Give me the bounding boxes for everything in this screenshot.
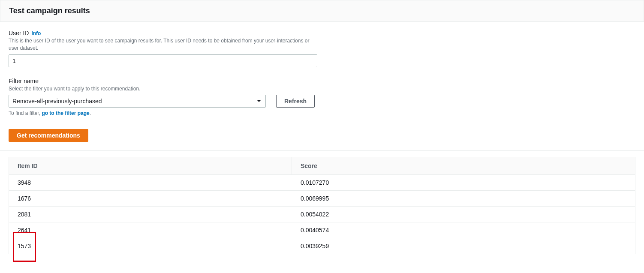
filter-select[interactable] [9, 95, 266, 108]
column-header-score[interactable]: Score [292, 157, 635, 174]
cell-score: 0.0069995 [292, 191, 635, 206]
cell-score: 0.0040574 [292, 222, 635, 238]
page-header: Test campaign results [0, 0, 644, 22]
user-id-label: User ID [9, 30, 29, 36]
filter-page-link[interactable]: go to the filter page [42, 110, 89, 116]
actions-row: Get recommendations [9, 129, 635, 142]
find-filter-suffix: . [90, 110, 91, 116]
table-row: 1573 0.0039259 [9, 238, 635, 254]
cell-score: 0.0039259 [292, 238, 635, 254]
get-recommendations-button[interactable]: Get recommendations [9, 129, 88, 142]
refresh-button[interactable]: Refresh [276, 95, 315, 108]
filter-group: Filter name Select the filter you want t… [9, 78, 635, 117]
section-divider [0, 150, 644, 151]
user-id-help: This is the user ID of the user you want… [9, 37, 317, 52]
find-filter-text: To find a filter, go to the filter page. [9, 110, 635, 116]
user-id-group: User ID Info This is the user ID of the … [9, 30, 635, 67]
table-row: 3948 0.0107270 [9, 175, 635, 191]
user-id-label-row: User ID Info [9, 30, 635, 36]
filter-label-row: Filter name [9, 78, 635, 84]
page-title: Test campaign results [9, 6, 635, 15]
table-row: 1676 0.0069995 [9, 191, 635, 207]
results-section: Item ID Score 3948 0.0107270 1676 0.0069… [0, 157, 644, 254]
cell-score: 0.0107270 [292, 175, 635, 190]
cell-item: 1676 [9, 191, 292, 206]
column-header-item[interactable]: Item ID [9, 157, 292, 174]
filter-select-value[interactable] [9, 95, 266, 108]
filter-label: Filter name [9, 78, 39, 84]
user-id-info-link[interactable]: Info [31, 30, 41, 36]
form-content: User ID Info This is the user ID of the … [0, 22, 644, 146]
cell-item: 3948 [9, 175, 292, 190]
table-row: 2081 0.0054022 [9, 207, 635, 222]
cell-item: 2641 [9, 222, 292, 238]
results-table: Item ID Score 3948 0.0107270 1676 0.0069… [9, 157, 635, 254]
cell-item: 2081 [9, 207, 292, 222]
table-row: 2641 0.0040574 [9, 222, 635, 238]
find-filter-prefix: To find a filter, [9, 110, 42, 116]
cell-score: 0.0054022 [292, 207, 635, 222]
filter-row: Refresh [9, 95, 635, 108]
results-header: Item ID Score [9, 157, 635, 175]
filter-help: Select the filter you want to apply to t… [9, 85, 317, 93]
cell-item: 1573 [9, 238, 292, 254]
user-id-input[interactable] [9, 54, 317, 67]
